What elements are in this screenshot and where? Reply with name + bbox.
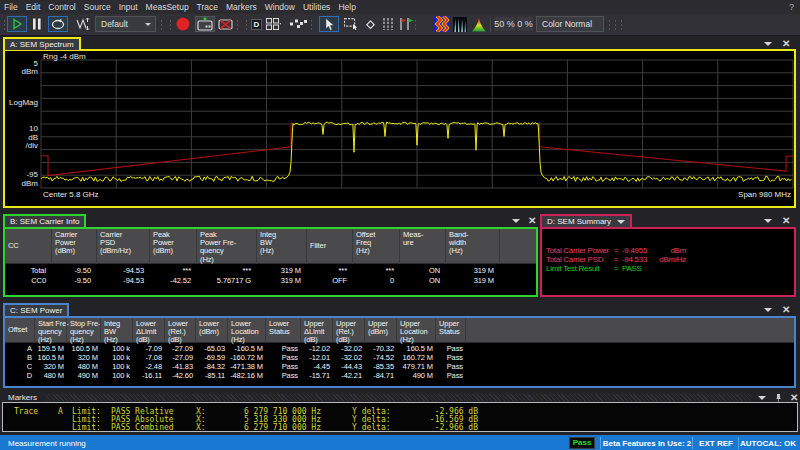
window-layout-button[interactable]	[264, 16, 282, 32]
band-lines-button[interactable]	[380, 16, 396, 32]
chart-grid	[41, 60, 793, 188]
power-cell: 160.5 M	[397, 344, 433, 353]
marker-readout-cell: -2.966 dB	[338, 424, 478, 432]
y-axis-div-label: 10dB/div	[5, 125, 38, 151]
summary-label: Total Carrier PSD	[546, 255, 603, 264]
pin-icon[interactable]	[774, 394, 782, 402]
toolbar-grip	[236, 19, 239, 31]
markers-titlebar[interactable]: Markers ✕	[0, 393, 800, 402]
tab-sem-power[interactable]: C: SEM Power	[3, 303, 69, 316]
menu-help[interactable]: Help	[334, 0, 359, 14]
column-divider	[66, 318, 67, 343]
zoom-percent-box[interactable]: 50 %	[494, 17, 515, 31]
column-divider	[435, 318, 436, 343]
power-cell: -42.21	[333, 371, 362, 380]
menu-trace[interactable]: Trace	[193, 0, 222, 14]
restart-sweep-button[interactable]	[74, 16, 92, 32]
carrier-info-col-header: Integ BW (Hz)	[257, 229, 307, 264]
menu-utilities[interactable]: Utilities	[299, 0, 334, 14]
power-cell: Pass	[436, 371, 463, 380]
power-col-header: Stop Fre- quency (Hz)	[67, 318, 101, 343]
window-menu-icon[interactable]	[764, 308, 772, 312]
record-button[interactable]	[174, 16, 192, 32]
run-button[interactable]	[7, 16, 27, 32]
carrier-info-cell: -94.53	[97, 276, 144, 285]
color-mode-combobox[interactable]: Color Normal	[536, 16, 604, 32]
marker-readout-cell: Limit:	[72, 424, 101, 432]
power-cell: -12.02	[301, 344, 330, 353]
marker-diamond-button[interactable]	[362, 16, 378, 32]
limit-flags-button[interactable]	[397, 16, 415, 32]
menu-window[interactable]: Window	[261, 0, 299, 14]
toolbar-separator	[490, 18, 491, 32]
recorder-off-button[interactable]	[216, 16, 234, 32]
color-mode-value: Color Normal	[542, 19, 592, 29]
power-col-header: Lower Location (Hz)	[228, 318, 266, 343]
drag-handle-texture[interactable]	[46, 394, 752, 401]
window-menu-icon[interactable]	[764, 219, 772, 223]
menu-meassetup[interactable]: MeasSetup	[142, 0, 193, 14]
recorder-button[interactable]	[195, 16, 215, 32]
summary-value: -9.4955	[622, 246, 647, 255]
power-cell: -44.43	[333, 362, 362, 371]
close-icon[interactable]: ✕	[782, 217, 790, 225]
close-icon[interactable]: ✕	[528, 217, 536, 225]
toolbar: DefaultD50 %0 %Color Normal	[0, 14, 800, 36]
window-menu-icon[interactable]	[512, 219, 520, 223]
power-cell: 479.71 M	[397, 362, 433, 371]
summary-value: PASS	[622, 264, 642, 273]
help-question-icon[interactable]: ?	[789, 0, 794, 14]
carrier-info-cell: -9.50	[52, 276, 91, 285]
toolbar-grip	[3, 19, 6, 31]
menu-control[interactable]: Control	[44, 0, 79, 14]
column-divider	[196, 229, 197, 264]
power-cell: -2.48	[133, 362, 162, 371]
menu-input[interactable]: Input	[115, 0, 142, 14]
continuous-sweep-button[interactable]	[48, 16, 68, 32]
tab-sem-carrier-info[interactable]: B: SEM Carrier Info	[3, 214, 86, 227]
power-cell: 100 k	[101, 344, 130, 353]
column-divider	[306, 229, 307, 264]
tab-dropdown-icon[interactable]	[617, 220, 625, 224]
select-cursor-button[interactable]	[319, 16, 339, 32]
tab-sem-spectrum[interactable]: A: SEM Spectrum	[3, 37, 81, 50]
column-divider	[51, 229, 52, 264]
menu-file[interactable]: File	[0, 0, 22, 14]
carrier-info-col-header: CC	[5, 229, 52, 264]
power-cell: Pass	[266, 344, 298, 353]
carrier-info-cell: 5.76717 G	[197, 276, 251, 285]
display-badge-button[interactable]: D	[250, 16, 263, 32]
close-icon[interactable]: ✕	[790, 394, 798, 402]
markers-readout: TraceALimit:PASS RelativeX:6 279 710 000…	[2, 402, 798, 432]
density-view-button[interactable]	[451, 16, 468, 32]
spectrum-trace	[41, 122, 791, 181]
sem-spectrum-chart[interactable]	[5, 51, 794, 206]
menu-source[interactable]: Source	[80, 0, 115, 14]
pause-button[interactable]	[30, 16, 44, 32]
carrier-info-cell: 319 M	[446, 266, 494, 275]
power-col-header: Upper Status	[436, 318, 466, 343]
preset-combobox[interactable]: Default	[95, 16, 156, 32]
spectrogram-view-button[interactable]	[431, 16, 450, 32]
carrier-info-cell: ON	[400, 266, 440, 275]
power-cell: Pass	[266, 362, 298, 371]
menu-edit[interactable]: Edit	[22, 0, 45, 14]
carrier-info-cell: Total	[5, 266, 46, 275]
toolbar-grip	[614, 19, 617, 31]
close-icon[interactable]: ✕	[782, 40, 790, 48]
power-cell: -85.11	[196, 371, 225, 380]
power-cell: -15.71	[301, 371, 330, 380]
zone-select-button[interactable]	[342, 16, 360, 32]
color-histogram-button[interactable]	[470, 16, 488, 32]
window-menu-icon[interactable]	[758, 396, 766, 400]
menu-markers[interactable]: Markers	[222, 0, 261, 14]
measurement-points-button[interactable]	[288, 16, 308, 32]
toolbar-grip	[245, 19, 248, 31]
markers-controls: ✕	[758, 394, 798, 402]
marker-readout-cell: Trace	[14, 408, 38, 416]
toolbar-grip	[310, 19, 313, 31]
pan-percent-box[interactable]: 0 %	[517, 17, 533, 31]
close-icon[interactable]: ✕	[782, 306, 790, 314]
tab-sem-summary[interactable]: D: SEM Summary	[540, 214, 632, 227]
window-menu-icon[interactable]	[764, 42, 772, 46]
